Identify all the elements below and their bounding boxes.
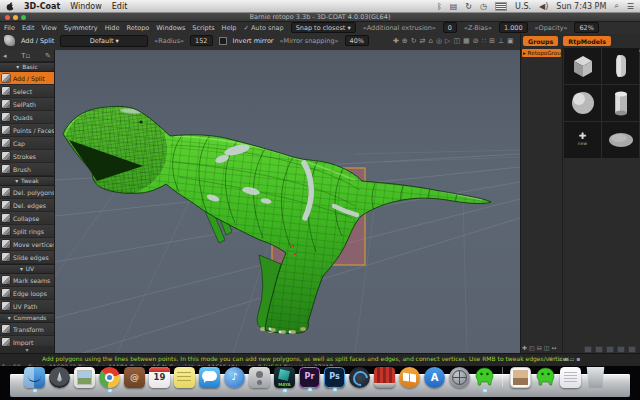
dock-ibooks-icon[interactable] (399, 367, 420, 388)
dock-globe-app-icon[interactable] (449, 367, 470, 388)
ortho-icon[interactable]: ⊥ (498, 37, 504, 45)
tool-mark-seams[interactable]: Mark seams (0, 274, 54, 287)
dock-appstore-icon[interactable]: A (424, 367, 445, 388)
edit-pencil-icon[interactable]: ✎ (45, 52, 51, 60)
grid-toggle-icon[interactable]: ▦ (463, 37, 470, 45)
split-view-icon[interactable]: ◫ (453, 37, 460, 45)
dock-theatre-icon[interactable] (374, 367, 395, 388)
dock-chrome-icon[interactable] (99, 367, 120, 388)
menu-hide[interactable]: Hide (105, 24, 120, 32)
focus-icon[interactable]: ✚ (393, 37, 399, 45)
menu-file[interactable]: File (4, 24, 15, 32)
play-icon[interactable]: ▷ (445, 37, 450, 45)
section-tweak[interactable]: ▾ Tweak (0, 176, 54, 186)
mac-menu-window[interactable]: Window (70, 2, 102, 11)
dock-quicktime-icon[interactable] (349, 367, 370, 388)
retopo-groups-item[interactable]: ▸ RetopoGroups (522, 49, 561, 57)
invert-mirror-checkbox[interactable] (219, 37, 227, 45)
dock-calendar-icon[interactable]: 19 (149, 367, 170, 388)
add-group-icon[interactable]: ✚ (522, 344, 527, 351)
tool-points-faces[interactable]: Points / Faces (0, 124, 54, 137)
dock-premiere-icon[interactable]: Pr (299, 367, 320, 388)
dock-documents-icon[interactable] (560, 367, 581, 388)
dock-photo-file-icon[interactable] (510, 367, 531, 388)
menu-edit[interactable]: Edit (22, 24, 35, 32)
dock-stickies-icon[interactable] (174, 367, 195, 388)
pivot-icon[interactable]: ⊕ (402, 37, 408, 45)
menu-help[interactable]: Help (222, 24, 237, 32)
tool-selpath[interactable]: SelPath (0, 98, 54, 111)
move-group-icon[interactable]: ↔ (551, 344, 556, 351)
sync-icon[interactable]: ↻ (465, 2, 472, 11)
dock-trash-icon[interactable] (585, 367, 606, 388)
tool-uv-path[interactable]: UV Path (0, 300, 54, 313)
add-view-icon[interactable]: ⊞ (489, 37, 495, 45)
tool-move-vertices[interactable]: Move vertices (0, 238, 54, 251)
tab-groups[interactable]: Groups (523, 36, 558, 46)
rtp-tile-new[interactable]: ✚new (564, 122, 601, 158)
dock-maya-icon[interactable]: MAYA (274, 367, 295, 388)
rtp-tile-cube[interactable] (564, 48, 601, 84)
viewport-mini-icon[interactable] (606, 346, 614, 353)
merge-group-icon[interactable]: ◫ (544, 344, 550, 351)
preset-dropdown[interactable]: Default ▾ (60, 35, 148, 47)
snap-points-icon[interactable]: ∷ (482, 37, 486, 45)
sidebar-scroll-down[interactable]: ▾ (0, 346, 54, 353)
tool-del-polygons[interactable]: Del. polygons (0, 186, 54, 199)
input-source-label[interactable]: U.S. (515, 2, 531, 11)
tool-strokes[interactable]: Strokes (0, 150, 54, 163)
apple-menu-icon[interactable] (6, 2, 14, 11)
section-basic[interactable]: ▾ Basic (0, 62, 54, 72)
menu-view[interactable]: View (41, 24, 56, 32)
viewport-mini-icon[interactable] (628, 346, 636, 353)
viewport-mini-icon[interactable] (617, 346, 625, 353)
menu-symmetry[interactable]: Symmetry (64, 24, 98, 32)
tool-cap[interactable]: Cap (0, 137, 54, 150)
input-flag-icon[interactable] (495, 2, 507, 11)
tool-edge-loops[interactable]: Edge loops (0, 287, 54, 300)
zbias-field[interactable]: 1.000 (499, 22, 528, 33)
tool-quads[interactable]: Quads (0, 111, 54, 124)
pan-view-icon[interactable]: ⇄ (420, 37, 426, 45)
tool-del-edges[interactable]: Del. edges (0, 199, 54, 212)
hide-icon[interactable]: ⊘ (473, 37, 479, 45)
rtp-tile-capsule[interactable] (602, 48, 639, 84)
tool-collapse[interactable]: Collapse (0, 212, 54, 225)
viewport-3d[interactable] (55, 50, 520, 353)
dock-preview-icon[interactable] (74, 367, 95, 388)
notification-center-icon[interactable]: ☰ (627, 2, 634, 11)
window-titlebar[interactable]: Barnie retopo 3.3b - 3D-COAT 4.0.03(GL64… (0, 13, 640, 22)
opacity-field[interactable]: 62% (574, 22, 598, 33)
menu-windows[interactable]: Windows (156, 24, 185, 32)
dock-messages-icon[interactable] (199, 367, 220, 388)
display-icon[interactable]: ▤ (450, 2, 458, 11)
delete-group-icon[interactable]: ⊟ (537, 344, 542, 351)
dock-launchpad-icon[interactable] (49, 367, 70, 388)
dock-photoshop-icon[interactable]: Ps (324, 367, 345, 388)
collapse-panel-icon[interactable]: ◂ (3, 52, 7, 60)
menu-scripts[interactable]: Scripts (192, 24, 214, 32)
viewport-mini-icon[interactable] (595, 346, 603, 353)
menu-clock[interactable]: Sun 7:43 PM (556, 2, 606, 11)
orbit-icon[interactable]: ◎ (436, 37, 442, 45)
section-commands[interactable]: ▾ Commands (0, 313, 54, 323)
home-view-icon[interactable]: ⌂ (428, 37, 432, 45)
bluetooth-icon[interactable]: ᛒ (437, 2, 442, 11)
tab-rtpmodels[interactable]: RtpModels (563, 36, 611, 46)
mirror-snapping-field[interactable]: 40% (345, 35, 369, 46)
status-mini-icons[interactable]: ▫▪▫▪ (558, 355, 582, 362)
rotate-view-icon[interactable]: ↻ (411, 37, 417, 45)
dock-3dcoat-icon[interactable] (474, 367, 495, 388)
mac-menu-appname[interactable]: 3D-Coat (24, 2, 60, 11)
dock-sculpt-app-icon[interactable] (249, 367, 270, 388)
additional-extrusion-field[interactable]: 0 (443, 22, 457, 33)
tool-split-rings[interactable]: Split rings (0, 225, 54, 238)
section-uv[interactable]: ▾ UV (0, 264, 54, 274)
hint-close-icon[interactable]: ✕ (548, 355, 553, 362)
spotlight-icon[interactable]: ⌕ (614, 1, 618, 11)
clock-icon[interactable]: ◷ (480, 2, 487, 11)
radius-field[interactable]: 152 (190, 35, 212, 46)
volume-icon[interactable]: ◀) (539, 2, 548, 11)
text-tool-icon[interactable]: T▫ (21, 52, 30, 60)
tool-slide-edges[interactable]: Slide edges (0, 251, 54, 264)
